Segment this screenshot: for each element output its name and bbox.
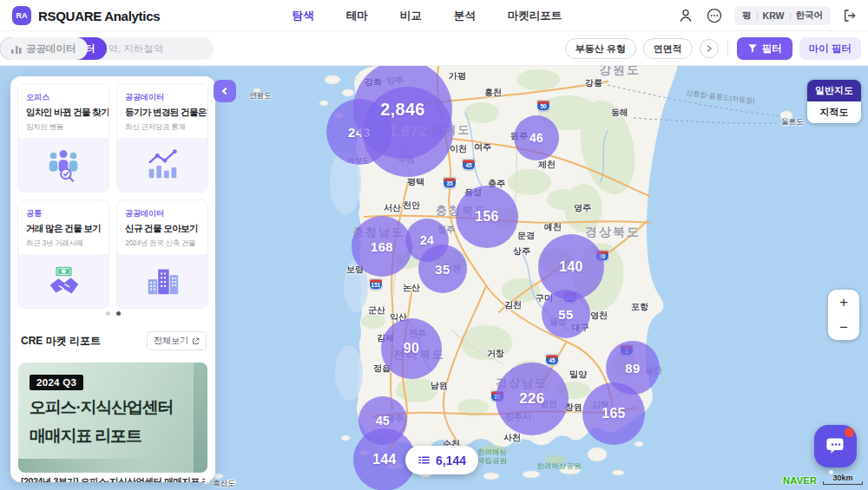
ellipsis-circle-icon (706, 7, 723, 24)
view-all-label: 전체보기 (154, 335, 188, 347)
nav-item[interactable]: 탐색 (293, 9, 314, 23)
quick-card[interactable]: 공통 거래 많은 건물 보기 최근 3년 거래사례 (17, 199, 109, 309)
scale-bracket (823, 481, 863, 485)
cluster-bubble[interactable]: 90 (381, 318, 442, 379)
cluster-count: 226 (519, 390, 544, 408)
map-label: 천안 (403, 199, 420, 212)
cluster-count: 90 (404, 341, 419, 356)
map-label: 문경 (517, 230, 535, 242)
map-label: 군산 (368, 304, 385, 317)
filter-chip[interactable]: 연면적 (643, 38, 693, 59)
notification-dot (845, 428, 854, 437)
filter-controls: 부동산 유형연면적 필터 마이 필터 (565, 37, 861, 60)
map-label: 거창 (487, 348, 504, 360)
map-label: 영천 (590, 310, 608, 322)
cluster-bubble[interactable]: 168 (352, 216, 412, 277)
chat-bubble-icon (824, 434, 847, 458)
map-type-toggle: 일반지도지적도 (807, 80, 861, 123)
quick-card-subtitle: 최근 3년 거래사례 (26, 238, 101, 249)
chevron-left-icon (222, 88, 229, 95)
data-source-tab[interactable]: 공공데이터 (0, 37, 88, 60)
zoom-in-button[interactable]: + (828, 290, 859, 315)
cluster-bubble[interactable]: 35 (418, 245, 467, 293)
expressway-shield-icon: 151 (369, 279, 383, 291)
sidebar-collapse-button[interactable] (214, 80, 236, 102)
filter-chip-group: 부동산 유형연면적 (565, 38, 693, 59)
map-label: 홍천 (484, 87, 502, 99)
nav-item[interactable]: 마켓리포트 (508, 9, 562, 23)
map-type-option[interactable]: 일반지도 (807, 80, 861, 101)
brand-name: RSQUARE Analytics (38, 9, 160, 23)
logout-button[interactable] (842, 8, 858, 23)
quick-card[interactable]: 공공데이터 신규 건물 모아보기 2024년 전국 신축 건물 (116, 199, 208, 309)
map-label: 밀양 (569, 369, 587, 381)
nav-item[interactable]: 비교 (400, 9, 422, 23)
brand-logo-icon: RA (12, 6, 31, 25)
quick-card-category: 공공데이터 (125, 92, 200, 103)
explore-sidebar: 오피스 임차인 바뀐 건물 찾기 임차인 변동 공공데이터 등기가 변경된 건물… (10, 76, 215, 482)
cluster-bubble[interactable]: 156 (456, 186, 518, 248)
currency-setting: KRW (763, 10, 785, 21)
more-filters-button[interactable] (700, 39, 719, 58)
nav-item[interactable]: 분석 (454, 9, 476, 23)
map-label: 서산 (384, 202, 401, 214)
quick-card-title: 임차인 바뀐 건물 찾기 (26, 107, 101, 119)
cluster-bubble[interactable]: 46 (514, 115, 559, 160)
expressway-shield-icon: 50 (536, 101, 550, 112)
quick-card[interactable]: 공공데이터 등기가 변경된 건물은? 최신 근저당권 통계 (116, 83, 208, 193)
filter-chip[interactable]: 부동산 유형 (565, 38, 636, 59)
cluster-count: 35 (435, 262, 450, 277)
locale-settings-button[interactable]: 평 KRW 한국어 (734, 6, 831, 25)
cluster-count: 165 (602, 406, 626, 421)
quick-card-title: 신규 건물 모아보기 (125, 223, 200, 235)
nav-item[interactable]: 테마 (346, 9, 368, 23)
map-label: 경상북도 (585, 225, 641, 240)
quick-card-category: 공공데이터 (125, 208, 200, 219)
account-button[interactable] (677, 7, 694, 24)
report-quarter-badge: 2024 Q3 (30, 375, 83, 390)
map-label: 예천 (544, 221, 562, 233)
map-label: 여주 (474, 141, 491, 154)
map-label: 한려해상공원 (537, 461, 582, 472)
report-banner[interactable]: 2024 Q3 오피스·지식산업센터 매매지표 리포트 (18, 363, 207, 473)
more-menu-button[interactable] (706, 7, 723, 24)
cluster-bubble[interactable]: 55 (542, 290, 590, 338)
top-nav-bar: RA RSQUARE Analytics 탐색테마비교분석마켓리포트 평 KRW… (0, 0, 868, 31)
zoom-out-button[interactable]: − (828, 315, 859, 340)
card-pagination (10, 311, 215, 316)
view-all-button[interactable]: 전체보기 (147, 331, 207, 350)
quick-card-title: 등기가 변경된 건물은? (125, 107, 200, 119)
quick-card[interactable]: 오피스 임차인 바뀐 건물 찾기 임차인 변동 (17, 83, 109, 193)
quick-card-illustration-icon (18, 138, 108, 192)
my-filter-button[interactable]: 마이 필터 (799, 37, 861, 60)
quick-card-illustration-icon (18, 254, 108, 308)
filter-button[interactable]: 필터 (737, 37, 792, 60)
cluster-bubble[interactable]: 226 (496, 363, 569, 435)
results-count: 6,144 (436, 454, 466, 467)
quick-card-illustration-icon (117, 138, 207, 192)
map-scale: 30km (822, 474, 864, 485)
cluster-bubble[interactable]: 165 (582, 382, 645, 445)
zoom-control: + − (828, 290, 859, 340)
pagination-dot[interactable] (106, 311, 110, 316)
map-type-option[interactable]: 지적도 (807, 101, 861, 123)
filter-button-label: 필터 (762, 42, 782, 56)
map-label: 영주 (574, 202, 591, 214)
brand[interactable]: RA RSQUARE Analytics (12, 0, 160, 31)
report-section-title: CRE 마켓 리포트 (21, 334, 101, 349)
map-label: 남원 (431, 380, 448, 392)
map-label: 제천 (538, 159, 556, 171)
cluster-count: 46 (529, 131, 543, 145)
quick-card-category: 오피스 (26, 92, 101, 103)
results-list-button[interactable]: 6,144 (405, 446, 478, 474)
report-list-item[interactable]: [2024년 3분기] 오피스·지식산업센터 매매지표 리포 (21, 476, 205, 482)
expressway-shield-icon: 35 (443, 178, 457, 189)
map-label: 연평도 (249, 91, 272, 101)
chat-fab-button[interactable] (814, 425, 857, 467)
header-actions: 평 KRW 한국어 (677, 0, 858, 31)
map-label: 상주 (513, 245, 530, 258)
report-banner-title-line2: 매매지표 리포트 (30, 426, 207, 448)
cluster-count: 24 (420, 233, 434, 247)
funnel-icon (747, 43, 758, 54)
pagination-dot[interactable] (116, 311, 121, 316)
